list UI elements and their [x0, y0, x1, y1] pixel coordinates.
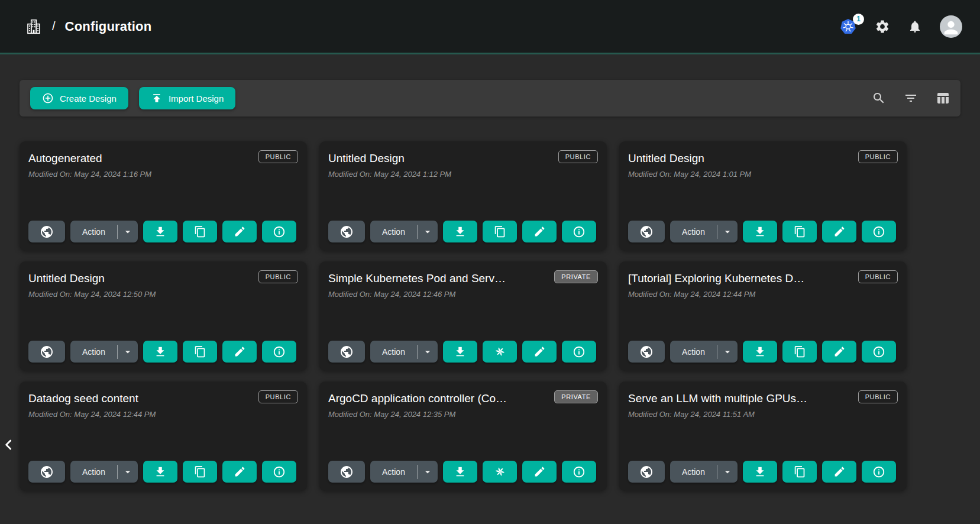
action-dropdown-toggle[interactable]: [717, 461, 738, 483]
action-button[interactable]: Action: [670, 227, 717, 237]
edit-icon: [234, 465, 246, 478]
chevron-down-icon: [422, 226, 434, 238]
import-design-button[interactable]: Import Design: [139, 87, 235, 109]
design-title: Untitled Design: [628, 150, 704, 165]
filter-button[interactable]: [904, 91, 918, 105]
settings-button[interactable]: [875, 19, 890, 34]
visibility-globe-button[interactable]: [628, 461, 665, 483]
visibility-globe-button[interactable]: [628, 341, 665, 363]
notifications-button[interactable]: [908, 20, 922, 34]
visibility-globe-button[interactable]: [328, 341, 365, 363]
action-dropdown-toggle[interactable]: [418, 221, 438, 242]
action-button[interactable]: Action: [670, 347, 717, 357]
download-button[interactable]: [143, 461, 177, 483]
download-button[interactable]: [143, 341, 177, 363]
visibility-globe-button[interactable]: [628, 221, 665, 242]
visibility-globe-button[interactable]: [28, 221, 65, 242]
info-button[interactable]: [862, 461, 896, 483]
download-icon: [154, 225, 167, 238]
download-button[interactable]: [143, 221, 177, 242]
action-button[interactable]: Action: [70, 227, 117, 237]
info-button[interactable]: [862, 221, 896, 242]
design-title: Simple Kubernetes Pod and Serv…: [328, 270, 506, 285]
action-dropdown-toggle[interactable]: [118, 461, 138, 483]
visibility-globe-button[interactable]: [28, 461, 65, 483]
action-dropdown-toggle[interactable]: [717, 221, 738, 242]
download-icon: [753, 345, 766, 358]
card-header: Untitled Design PUBLIC: [328, 150, 598, 165]
clone-in-progress-button[interactable]: [483, 461, 517, 483]
chevron-down-icon: [122, 226, 134, 238]
edit-button[interactable]: [522, 221, 557, 242]
copy-icon: [494, 225, 506, 238]
edit-button[interactable]: [822, 341, 856, 363]
design-title: Autogenerated: [28, 150, 102, 165]
info-button[interactable]: [262, 461, 296, 483]
download-button[interactable]: [743, 341, 777, 363]
edit-button[interactable]: [522, 461, 557, 483]
organization-icon[interactable]: [25, 18, 43, 35]
clone-in-progress-button[interactable]: [483, 341, 517, 363]
download-button[interactable]: [743, 221, 777, 242]
action-button[interactable]: Action: [370, 347, 417, 357]
action-button[interactable]: Action: [670, 467, 717, 477]
visibility-badge: PUBLIC: [558, 150, 598, 163]
info-button[interactable]: [262, 221, 296, 242]
search-button[interactable]: [872, 91, 886, 105]
edit-button[interactable]: [222, 341, 257, 363]
info-button[interactable]: [862, 341, 896, 363]
clone-button[interactable]: [483, 221, 517, 242]
download-button[interactable]: [443, 461, 477, 483]
edit-button[interactable]: [822, 221, 856, 242]
design-card: Simple Kubernetes Pod and Serv… PRIVATE …: [319, 261, 607, 371]
action-dropdown-toggle[interactable]: [418, 461, 438, 483]
info-button[interactable]: [562, 461, 596, 483]
clone-button[interactable]: [782, 341, 817, 363]
action-button[interactable]: Action: [370, 227, 417, 237]
action-dropdown-toggle[interactable]: [118, 341, 138, 363]
visibility-globe-button[interactable]: [328, 461, 365, 483]
info-button[interactable]: [562, 341, 596, 363]
info-button[interactable]: [562, 221, 596, 242]
edit-button[interactable]: [522, 341, 557, 363]
card-header: Simple Kubernetes Pod and Serv… PRIVATE: [328, 270, 598, 285]
action-button[interactable]: Action: [70, 467, 117, 477]
filter-icon: [904, 91, 918, 105]
card-header: Untitled Design PUBLIC: [28, 270, 298, 285]
clone-button[interactable]: [183, 461, 217, 483]
design-grid: Autogenerated PUBLIC Modified On: May 24…: [20, 141, 960, 491]
download-icon: [454, 465, 467, 478]
download-button[interactable]: [743, 461, 777, 483]
clone-button[interactable]: [782, 221, 817, 242]
action-split-button: Action: [670, 461, 738, 483]
design-title: Datadog seed content: [28, 390, 138, 405]
design-card: Autogenerated PUBLIC Modified On: May 24…: [20, 141, 307, 251]
visibility-globe-button[interactable]: [28, 341, 65, 363]
design-card: Untitled Design PUBLIC Modified On: May …: [319, 141, 607, 251]
action-dropdown-toggle[interactable]: [418, 341, 438, 363]
collapse-sidebar-button[interactable]: [0, 435, 18, 455]
edit-button[interactable]: [822, 461, 856, 483]
action-button[interactable]: Action: [70, 347, 117, 357]
action-dropdown-toggle[interactable]: [717, 341, 738, 363]
edit-button[interactable]: [222, 461, 257, 483]
download-button[interactable]: [443, 341, 477, 363]
table-view-button[interactable]: [936, 91, 950, 105]
info-icon: [273, 465, 286, 478]
edit-icon: [533, 345, 546, 358]
header-actions: 1: [839, 15, 962, 38]
kubernetes-context-chip[interactable]: 1: [839, 18, 857, 35]
visibility-globe-button[interactable]: [328, 221, 365, 242]
user-avatar[interactable]: [940, 15, 962, 38]
download-button[interactable]: [443, 221, 477, 242]
info-button[interactable]: [262, 341, 296, 363]
clone-button[interactable]: [183, 221, 217, 242]
edit-icon: [533, 225, 546, 238]
design-card: ArgoCD application controller (Co… PRIVA…: [319, 381, 607, 491]
clone-button[interactable]: [782, 461, 817, 483]
action-button[interactable]: Action: [370, 467, 417, 477]
create-design-button[interactable]: Create Design: [30, 87, 128, 109]
clone-button[interactable]: [183, 341, 217, 363]
action-dropdown-toggle[interactable]: [118, 221, 138, 242]
edit-button[interactable]: [222, 221, 257, 242]
